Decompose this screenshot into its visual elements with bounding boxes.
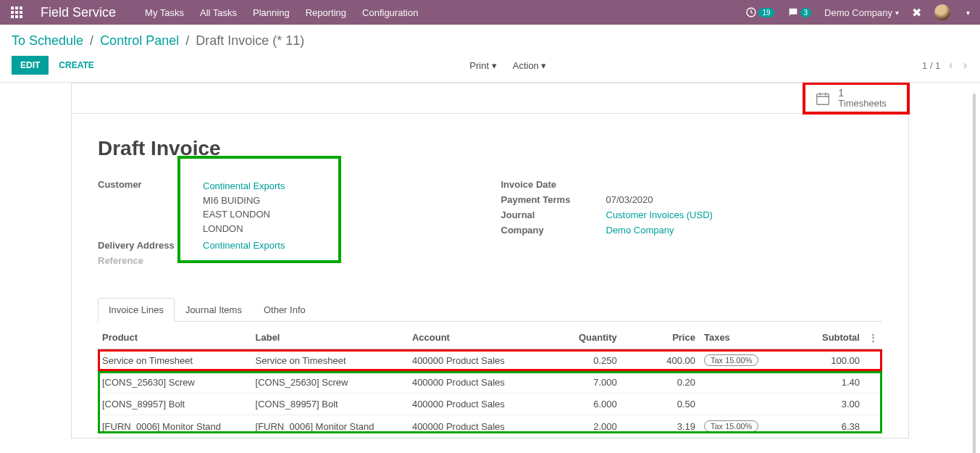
col-product[interactable]: Product (98, 326, 251, 349)
col-subtotal[interactable]: Subtotal (785, 326, 864, 349)
cell-subtotal: 3.00 (785, 394, 864, 415)
col-options[interactable]: ⋮ (864, 326, 882, 349)
caret-down-icon: ▾ (492, 60, 497, 71)
delivery-link[interactable]: Continental Exports (203, 240, 285, 251)
cell-label: [FURN_0006] Monitor Stand (251, 415, 408, 438)
breadcrumb-control-panel[interactable]: Control Panel (100, 33, 179, 48)
company-name-label: Demo Company (824, 7, 892, 18)
breadcrumb-to-schedule[interactable]: To Schedule (12, 33, 83, 48)
breadcrumb-row: To Schedule / Control Panel / Draft Invo… (0, 25, 980, 49)
company-label: Company (501, 225, 606, 236)
customer-link[interactable]: Continental Exports (203, 180, 285, 191)
discuss-button[interactable]: 3 (787, 7, 812, 18)
cell-subtotal: 6.38 (785, 415, 864, 438)
caret-down-icon: ▾ (895, 9, 899, 17)
debug-button[interactable]: ✖ (912, 6, 921, 20)
nav-reporting[interactable]: Reporting (306, 7, 346, 18)
right-column: Invoice Date Payment Terms 07/03/2020 Jo… (501, 179, 883, 270)
col-quantity[interactable]: Quantity (550, 326, 621, 349)
cell-taxes: Tax 15.00% (700, 415, 785, 438)
activities-badge: 19 (758, 8, 774, 17)
cell-account: 400000 Product Sales (408, 415, 550, 438)
clock-icon (745, 7, 757, 18)
user-avatar[interactable] (934, 4, 950, 20)
top-nav: Field Service My Tasks All Tasks Plannin… (0, 0, 980, 25)
customer-addr1: MI6 BUIDING (203, 194, 479, 208)
breadcrumb: To Schedule / Control Panel / Draft Invo… (12, 33, 968, 49)
tab-journal-items[interactable]: Journal Items (175, 298, 253, 321)
print-label: Print (469, 60, 489, 71)
cell-quantity: 2.000 (550, 415, 621, 438)
table-row[interactable]: Service on TimesheetService on Timesheet… (98, 349, 882, 372)
left-column: Customer Continental Exports MI6 BUIDING… (98, 179, 479, 270)
company-switcher[interactable]: Demo Company ▾ (824, 7, 899, 18)
col-price[interactable]: Price (621, 326, 700, 349)
table-row[interactable]: [CONS_89957] Bolt[CONS_89957] Bolt400000… (98, 394, 882, 415)
pager-prev-icon[interactable]: ‹ (947, 59, 954, 72)
discuss-badge: 3 (800, 8, 812, 17)
breadcrumb-current: Draft Invoice (* 11) (196, 33, 304, 48)
cell-account: 400000 Product Sales (408, 394, 550, 415)
cell-price: 0.20 (621, 372, 700, 394)
tabs: Invoice Lines Journal Items Other Info (98, 298, 882, 322)
tab-other-info[interactable]: Other Info (253, 298, 317, 321)
cell-taxes (700, 394, 785, 415)
cell-label: Service on Timesheet (251, 349, 408, 372)
cell-product: [FURN_0006] Monitor Stand (98, 415, 251, 438)
cell-quantity: 6.000 (550, 394, 621, 415)
reference-value (203, 255, 479, 266)
nav-all-tasks[interactable]: All Tasks (200, 7, 237, 18)
customer-addr3: LONDON (203, 222, 479, 236)
cell-taxes (700, 372, 785, 394)
cell-price: 400.00 (621, 349, 700, 372)
col-account[interactable]: Account (408, 326, 550, 349)
caret-down-icon: ▾ (541, 60, 546, 71)
company-link[interactable]: Demo Company (606, 225, 674, 236)
col-taxes[interactable]: Taxes (700, 326, 785, 349)
nav-configuration[interactable]: Configuration (362, 7, 418, 18)
page-title: Draft Invoice (98, 137, 882, 160)
timesheets-count: 1 (838, 88, 887, 98)
invoice-date-label: Invoice Date (501, 179, 606, 190)
pager-next-icon[interactable]: › (962, 59, 968, 72)
journal-label: Journal (501, 209, 606, 220)
chat-icon (787, 7, 799, 18)
print-dropdown[interactable]: Print ▾ (464, 57, 502, 74)
svg-rect-1 (817, 93, 829, 104)
control-row: EDIT CREATE Print ▾ Action ▾ 1 / 1 ‹ › (0, 49, 980, 83)
tab-invoice-lines[interactable]: Invoice Lines (98, 298, 175, 322)
timesheets-stat-button[interactable]: 1 Timesheets (804, 83, 908, 113)
nav-links: My Tasks All Tasks Planning Reporting Co… (145, 7, 418, 18)
invoice-lines-table: Product Label Account Quantity Price Tax… (98, 326, 882, 438)
cell-price: 0.50 (621, 394, 700, 415)
col-label[interactable]: Label (251, 326, 408, 349)
nav-planning[interactable]: Planning (253, 7, 290, 18)
customer-label: Customer (98, 179, 203, 236)
reference-label: Reference (98, 255, 203, 266)
cell-account: 400000 Product Sales (408, 349, 550, 372)
app-brand[interactable]: Field Service (41, 5, 116, 20)
sheet-wrap: 1 Timesheets Draft Invoice Customer Cont… (0, 83, 980, 453)
cell-quantity: 0.250 (550, 349, 621, 372)
nav-my-tasks[interactable]: My Tasks (145, 7, 184, 18)
table-row[interactable]: [CONS_25630] Screw[CONS_25630] Screw4000… (98, 372, 882, 394)
apps-icon[interactable] (10, 6, 23, 19)
form-sheet: 1 Timesheets Draft Invoice Customer Cont… (71, 83, 909, 439)
edit-button[interactable]: EDIT (12, 56, 49, 75)
table-row[interactable]: [FURN_0006] Monitor Stand[FURN_0006] Mon… (98, 415, 882, 438)
timesheets-label: Timesheets (838, 98, 887, 109)
cell-price: 3.19 (621, 415, 700, 438)
cell-label: [CONS_25630] Screw (251, 372, 408, 394)
breadcrumb-sep: / (90, 33, 93, 48)
action-dropdown[interactable]: Action ▾ (507, 57, 553, 74)
action-label: Action (513, 60, 539, 71)
cell-label: [CONS_89957] Bolt (251, 394, 408, 415)
cell-product: Service on Timesheet (98, 349, 251, 372)
activities-button[interactable]: 19 (745, 7, 774, 18)
journal-link[interactable]: Customer Invoices (USD) (606, 209, 713, 220)
payment-terms-value: 07/03/2020 (606, 194, 883, 205)
breadcrumb-sep: / (185, 33, 189, 48)
create-button[interactable]: CREATE (59, 60, 93, 70)
tabs-area: Invoice Lines Journal Items Other Info P… (98, 298, 882, 438)
delivery-label: Delivery Address (98, 240, 203, 251)
